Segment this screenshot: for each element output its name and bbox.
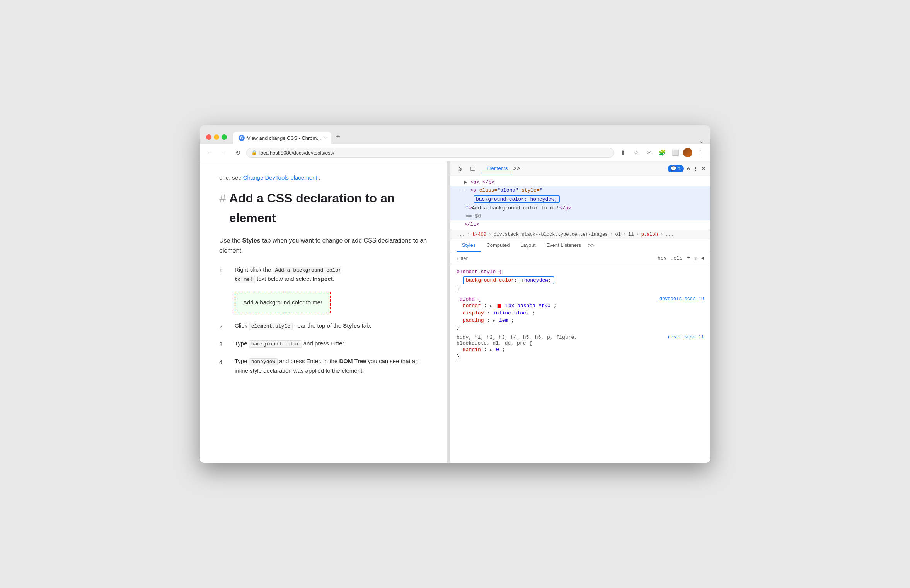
demo-box[interactable]: Add a background color to me! bbox=[235, 292, 331, 313]
active-tab[interactable]: G View and change CSS - Chrom... × bbox=[233, 132, 331, 144]
padding-triangle[interactable]: ▶ bbox=[493, 319, 495, 323]
aloha-selector-line: _devtools.scss:19 .aloha { bbox=[457, 296, 704, 302]
svg-rect-1 bbox=[472, 170, 474, 171]
step-content-1: Right-click the Add a background colorto… bbox=[235, 265, 341, 314]
styles-more-tabs[interactable]: >> bbox=[588, 243, 595, 249]
red-swatch bbox=[497, 304, 501, 308]
share-button[interactable]: ⬆ bbox=[617, 147, 628, 158]
margin-property: margin : ▶ 0 ; bbox=[457, 346, 704, 353]
step-content-4: Type honeydew and press Enter. In the DO… bbox=[235, 357, 428, 376]
section-intro: Use the Styles tab when you want to chan… bbox=[219, 236, 428, 255]
bookmark-button[interactable]: ☆ bbox=[631, 147, 641, 158]
dom-line-6: </li> bbox=[450, 220, 710, 228]
cls-button[interactable]: .cls bbox=[671, 255, 683, 261]
styles-tab[interactable]: Styles bbox=[457, 239, 481, 252]
devtools-toolbar: Elements >> 💬 1 ⚙ ⋮ × bbox=[450, 161, 710, 176]
display-property: display : inline-block ; bbox=[457, 309, 704, 317]
title-bar: G View and change CSS - Chrom... × + ⌄ bbox=[200, 125, 710, 144]
padding-property: padding : ▶ 1em ; bbox=[457, 317, 704, 324]
more-button[interactable]: ⋮ bbox=[695, 147, 706, 158]
tab-close-button[interactable]: × bbox=[323, 135, 326, 141]
filter-input[interactable] bbox=[457, 255, 650, 261]
breadcrumb-more[interactable]: ... bbox=[665, 232, 674, 237]
window-button[interactable]: ⬜ bbox=[670, 147, 681, 158]
dom-breadcrumb: ... › t-400 › div.stack.stack--block.typ… bbox=[450, 230, 710, 239]
breadcrumb-dots[interactable]: ... bbox=[457, 232, 465, 237]
element-style-rule: element.style { background-color : honey… bbox=[450, 267, 710, 293]
dom-line-5: == $0 bbox=[450, 212, 710, 220]
refresh-button[interactable]: ↻ bbox=[232, 147, 243, 158]
devtools-settings-button[interactable]: ⚙ bbox=[687, 166, 690, 172]
new-tab-button[interactable]: + bbox=[332, 130, 344, 144]
panel-separator[interactable] bbox=[447, 161, 450, 463]
styles-bold-2: Styles bbox=[343, 322, 360, 329]
border-property: border : ▶ 1px dashed #f00 ; bbox=[457, 302, 704, 309]
toggle-sidebar-button[interactable]: ◀ bbox=[701, 255, 704, 261]
elements-tab[interactable]: Elements bbox=[481, 164, 513, 173]
step-number-4: 4 bbox=[219, 357, 228, 367]
nav-bar: ← → ↻ 🔒 localhost:8080/docs/devtools/css… bbox=[200, 144, 710, 161]
breadcrumb-div[interactable]: div.stack.stack--block.type.center-image… bbox=[494, 232, 608, 237]
devtools-more-button[interactable]: ⋮ bbox=[693, 166, 698, 172]
aloha-rule: _devtools.scss:19 .aloha { border : ▶ 1p… bbox=[450, 295, 710, 331]
change-devtools-link[interactable]: Change DevTools placement bbox=[243, 174, 317, 181]
breadcrumb-p[interactable]: p.aloh bbox=[641, 232, 658, 237]
devtools-panel: Elements >> 💬 1 ⚙ ⋮ × ▶ <p>…</p> bbox=[450, 161, 710, 463]
honeydew-swatch bbox=[519, 279, 523, 282]
browser-window: G View and change CSS - Chrom... × + ⌄ ←… bbox=[200, 125, 710, 463]
back-button[interactable]: ← bbox=[204, 147, 215, 158]
intro-text: one, see bbox=[219, 174, 242, 181]
border-triangle[interactable]: ▶ bbox=[490, 304, 492, 308]
more-tabs-button[interactable]: >> bbox=[513, 165, 520, 172]
breadcrumb-li[interactable]: li bbox=[628, 232, 634, 237]
minimize-window-button[interactable] bbox=[214, 134, 219, 140]
tab-title: View and change CSS - Chrom... bbox=[247, 135, 321, 141]
background-color-prop[interactable]: background-color : honeydew ; bbox=[463, 276, 554, 284]
step-content-3: Type background-color and press Enter. bbox=[235, 339, 346, 348]
margin-triangle[interactable]: ▶ bbox=[490, 348, 492, 352]
breadcrumb-ol[interactable]: ol bbox=[615, 232, 620, 237]
element-style-close: } bbox=[457, 286, 704, 292]
device-tool-button[interactable] bbox=[468, 164, 477, 173]
step-2: 2 Click element.style near the top of th… bbox=[219, 321, 428, 331]
event-listeners-tab[interactable]: Event Listeners bbox=[541, 239, 586, 252]
new-stylesheet-button[interactable]: ◫ bbox=[694, 255, 697, 261]
devtools-toolbar-right: 💬 1 ⚙ ⋮ × bbox=[668, 165, 706, 173]
profile-avatar[interactable] bbox=[683, 148, 692, 157]
styles-tab-bar: Styles Computed Layout Event Listeners >… bbox=[450, 239, 710, 252]
steps-list: 1 Right-click the Add a background color… bbox=[219, 265, 428, 376]
console-badge[interactable]: 💬 1 bbox=[668, 165, 684, 172]
address-bar[interactable]: 🔒 localhost:8080/docs/devtools/css/ bbox=[246, 148, 614, 158]
layout-tab[interactable]: Layout bbox=[515, 239, 541, 252]
cursor-tool-button[interactable] bbox=[455, 164, 464, 173]
devtools-close-button[interactable]: × bbox=[701, 165, 706, 173]
step-number-2: 2 bbox=[219, 321, 228, 331]
step-content-2: Click element.style near the top of the … bbox=[235, 321, 371, 331]
cut-button[interactable]: ✂ bbox=[644, 147, 654, 158]
close-window-button[interactable] bbox=[206, 134, 211, 140]
step-1: 1 Right-click the Add a background color… bbox=[219, 265, 428, 314]
dom-line-2[interactable]: ··· <p class="aloha" style=" bbox=[450, 186, 710, 194]
dom-line-1: ▶ <p>…</p> bbox=[450, 178, 710, 186]
computed-tab[interactable]: Computed bbox=[481, 239, 515, 252]
dom-tree-bold: DOM Tree bbox=[339, 358, 366, 364]
step-number-3: 3 bbox=[219, 339, 228, 349]
step-4: 4 Type honeydew and press Enter. In the … bbox=[219, 357, 428, 376]
section-heading: # Add a CSS declaration to an element bbox=[219, 189, 428, 228]
main-content: one, see Change DevTools placement . # A… bbox=[200, 161, 710, 463]
tab-end-controls: ⌄ bbox=[699, 138, 704, 144]
filter-bar: :hov .cls + ◫ ◀ bbox=[450, 252, 710, 264]
devtools-tab-bar: Elements >> bbox=[481, 164, 664, 173]
extensions-button[interactable]: 🧩 bbox=[657, 147, 668, 158]
highlighted-property-line: background-color : honeydew ; bbox=[457, 275, 704, 286]
add-rule-button[interactable]: + bbox=[687, 255, 690, 262]
maximize-window-button[interactable] bbox=[222, 134, 227, 140]
step-3: 3 Type background-color and press Enter. bbox=[219, 339, 428, 349]
url-text: localhost:8080/docs/devtools/css/ bbox=[259, 150, 334, 156]
reset-source[interactable]: _reset.scss:11 bbox=[665, 335, 704, 340]
hov-button[interactable]: :hov bbox=[654, 255, 666, 261]
breadcrumb-t400[interactable]: t-400 bbox=[472, 232, 486, 237]
aloha-source[interactable]: _devtools.scss:19 bbox=[657, 296, 704, 302]
forward-button[interactable]: → bbox=[218, 147, 229, 158]
reset-rule: _reset.scss:11 body, h1, h2, h3, h4, h5,… bbox=[450, 333, 710, 361]
